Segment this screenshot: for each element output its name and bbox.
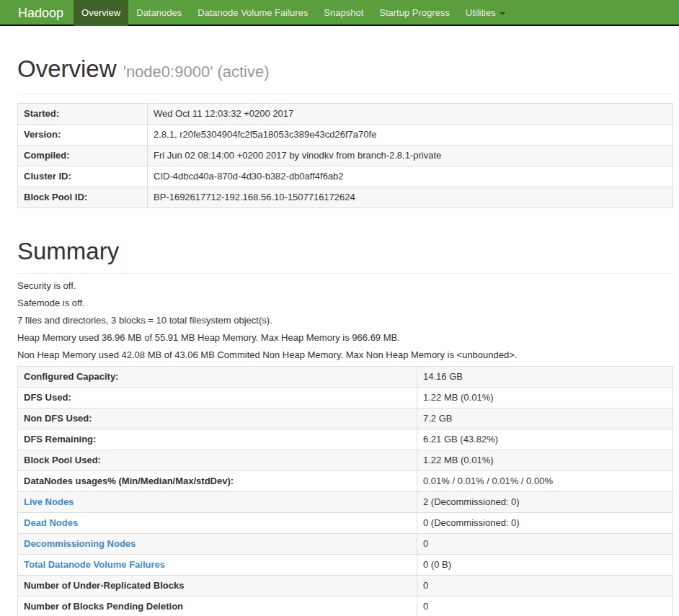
row-value: 0 bbox=[417, 534, 673, 555]
divider bbox=[17, 94, 673, 94]
row-value: 1.22 MB (0.01%) bbox=[417, 450, 673, 471]
summary-paragraph-0: Security is off. bbox=[17, 280, 673, 293]
nav-link-overview[interactable]: Overview bbox=[74, 0, 128, 26]
row-label: Live Nodes bbox=[18, 492, 417, 513]
table-row: DataNodes usages% (Min/Median/Max/stdDev… bbox=[18, 471, 673, 492]
nav-link-utilities[interactable]: Utilities bbox=[458, 0, 513, 26]
table-row: Compiled:Fri Jun 02 08:14:00 +0200 2017 … bbox=[18, 146, 673, 166]
table-row: Configured Capacity:14.16 GB bbox=[18, 367, 673, 388]
page-content: Overview 'node0:9000' (active) Started:W… bbox=[0, 56, 679, 616]
nav-item-utilities: Utilities bbox=[458, 0, 513, 24]
nav-link-startup-progress[interactable]: Startup Progress bbox=[371, 0, 458, 26]
table-row: Version:2.8.1, r20fe5304904fc2f5a18053c3… bbox=[18, 125, 673, 146]
summary-title: Summary bbox=[17, 238, 673, 264]
row-value: 1.22 MB (0.01%) bbox=[417, 388, 673, 409]
row-value: 0 bbox=[417, 576, 673, 597]
summary-paragraph-1: Safemode is off. bbox=[17, 297, 673, 310]
nav-item-datanode-volume-failures: Datanode Volume Failures bbox=[190, 0, 316, 24]
row-value: 0.01% / 0.01% / 0.01% / 0.00% bbox=[417, 471, 673, 492]
table-row: Live Nodes2 (Decommissioned: 0) bbox=[18, 492, 673, 513]
divider bbox=[17, 273, 673, 274]
table-row: Decommissioning Nodes0 bbox=[18, 534, 673, 555]
row-value: 0 (0 B) bbox=[417, 555, 673, 576]
table-row: Block Pool ID:BP-1692617712-192.168.56.1… bbox=[18, 187, 673, 208]
row-value: 0 (Decommissioned: 0) bbox=[417, 513, 673, 534]
row-label: Configured Capacity: bbox=[18, 367, 417, 388]
row-label: Started: bbox=[18, 104, 148, 125]
row-label: Cluster ID: bbox=[18, 166, 148, 187]
chevron-down-icon bbox=[500, 12, 505, 15]
row-value: BP-1692617712-192.168.56.10-150771617262… bbox=[148, 187, 673, 208]
summary-paragraph-2: 7 files and directories, 3 blocks = 10 t… bbox=[17, 314, 673, 327]
summary-status-text: Security is off.Safemode is off.7 files … bbox=[17, 280, 673, 362]
table-row: DFS Remaining:6.21 GB (43.82%) bbox=[18, 429, 673, 450]
row-label: DataNodes usages% (Min/Median/Max/stdDev… bbox=[18, 471, 417, 492]
row-value: 2.8.1, r20fe5304904fc2f5a18053c389e43cd2… bbox=[148, 125, 673, 146]
summary-paragraph-4: Non Heap Memory used 42.08 MB of 43.06 M… bbox=[17, 349, 673, 362]
navbar-brand[interactable]: Hadoop bbox=[0, 0, 74, 24]
link-dead-nodes[interactable]: Dead Nodes bbox=[24, 517, 78, 528]
page-title: Overview 'node0:9000' (active) bbox=[17, 56, 673, 85]
row-value: 14.16 GB bbox=[417, 367, 673, 388]
row-label: Block Pool ID: bbox=[18, 187, 148, 208]
nav-link-datanode-volume-failures[interactable]: Datanode Volume Failures bbox=[190, 0, 316, 26]
table-row: Cluster ID:CID-4dbcd40a-870d-4d30-b382-d… bbox=[18, 166, 673, 187]
nav-item-snapshot: Snapshot bbox=[316, 0, 371, 24]
row-label: Number of Blocks Pending Deletion bbox=[18, 597, 417, 616]
table-row: Number of Under-Replicated Blocks0 bbox=[18, 576, 673, 597]
row-value: CID-4dbcd40a-870d-4d30-b382-db0aff4f6ab2 bbox=[148, 166, 673, 187]
row-label: Compiled: bbox=[18, 146, 148, 166]
row-value: Fri Jun 02 08:14:00 +0200 2017 by vinodk… bbox=[148, 146, 673, 166]
row-value: 6.21 GB (43.82%) bbox=[417, 429, 673, 450]
link-decommissioning-nodes[interactable]: Decommissioning Nodes bbox=[24, 538, 136, 549]
overview-info-table: Started:Wed Oct 11 12:03:32 +0200 2017Ve… bbox=[17, 103, 673, 208]
navbar-menu: OverviewDatanodesDatanode Volume Failure… bbox=[74, 0, 513, 24]
table-row: Non DFS Used:7.2 GB bbox=[18, 409, 673, 429]
row-label: Number of Under-Replicated Blocks bbox=[18, 576, 417, 597]
navbar: Hadoop OverviewDatanodesDatanode Volume … bbox=[0, 0, 679, 26]
row-value: 0 bbox=[417, 597, 673, 616]
table-row: Number of Blocks Pending Deletion0 bbox=[18, 597, 673, 616]
nav-link-datanodes[interactable]: Datanodes bbox=[128, 0, 190, 26]
nav-item-overview: Overview bbox=[74, 0, 128, 24]
namenode-address-label: 'node0:9000' (active) bbox=[123, 63, 270, 81]
row-label: Non DFS Used: bbox=[18, 409, 417, 429]
nav-link-snapshot[interactable]: Snapshot bbox=[316, 0, 371, 26]
link-live-nodes[interactable]: Live Nodes bbox=[24, 496, 74, 507]
row-label: Total Datanode Volume Failures bbox=[18, 555, 417, 576]
nav-item-datanodes: Datanodes bbox=[128, 0, 190, 24]
summary-stats-table: Configured Capacity:14.16 GBDFS Used:1.2… bbox=[17, 366, 673, 616]
table-row: DFS Used:1.22 MB (0.01%) bbox=[18, 388, 673, 409]
row-value: 7.2 GB bbox=[417, 409, 673, 429]
table-row: Block Pool Used:1.22 MB (0.01%) bbox=[18, 450, 673, 471]
row-label: Decommissioning Nodes bbox=[18, 534, 417, 555]
row-label: Version: bbox=[18, 125, 148, 146]
table-row: Started:Wed Oct 11 12:03:32 +0200 2017 bbox=[18, 104, 673, 125]
link-total-datanode-volume-failures[interactable]: Total Datanode Volume Failures bbox=[24, 559, 165, 570]
row-label: Dead Nodes bbox=[18, 513, 417, 534]
row-label: DFS Used: bbox=[18, 388, 417, 409]
summary-paragraph-3: Heap Memory used 36.96 MB of 55.91 MB He… bbox=[17, 331, 673, 344]
nav-item-startup-progress: Startup Progress bbox=[371, 0, 458, 24]
row-value: 2 (Decommissioned: 0) bbox=[417, 492, 673, 513]
row-label: Block Pool Used: bbox=[18, 450, 417, 471]
row-value: Wed Oct 11 12:03:32 +0200 2017 bbox=[148, 104, 673, 125]
table-row: Dead Nodes0 (Decommissioned: 0) bbox=[18, 513, 673, 534]
table-row: Total Datanode Volume Failures0 (0 B) bbox=[18, 555, 673, 576]
row-label: DFS Remaining: bbox=[18, 429, 417, 450]
page-title-text: Overview bbox=[17, 55, 117, 82]
